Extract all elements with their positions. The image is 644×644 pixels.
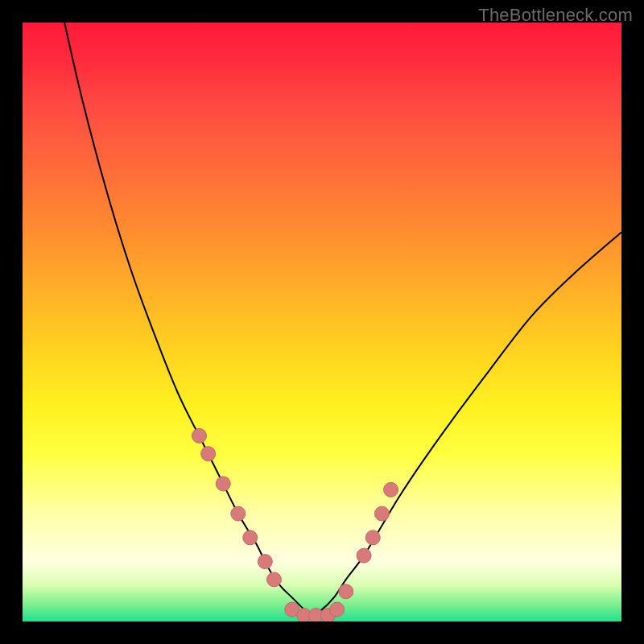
- highlight-point: [258, 555, 272, 569]
- highlight-markers: [192, 428, 398, 621]
- highlight-point: [192, 428, 206, 443]
- highlight-point: [266, 572, 281, 587]
- highlight-point: [339, 584, 353, 599]
- bottleneck-curve-path: [64, 23, 621, 617]
- highlight-point: [357, 548, 371, 563]
- highlight-point: [201, 447, 216, 461]
- chart-svg: [23, 23, 621, 621]
- bottleneck-curve: [64, 23, 621, 617]
- watermark-text: TheBottleneck.com: [478, 5, 633, 26]
- highlight-point: [330, 602, 345, 617]
- highlight-point: [365, 530, 380, 545]
- highlight-point: [374, 506, 389, 521]
- highlight-point: [216, 477, 230, 491]
- highlight-point: [384, 482, 398, 497]
- outer-frame: TheBottleneck.com: [0, 0, 644, 644]
- highlight-point: [243, 530, 258, 545]
- plot-area: [23, 23, 621, 621]
- highlight-point: [231, 506, 246, 521]
